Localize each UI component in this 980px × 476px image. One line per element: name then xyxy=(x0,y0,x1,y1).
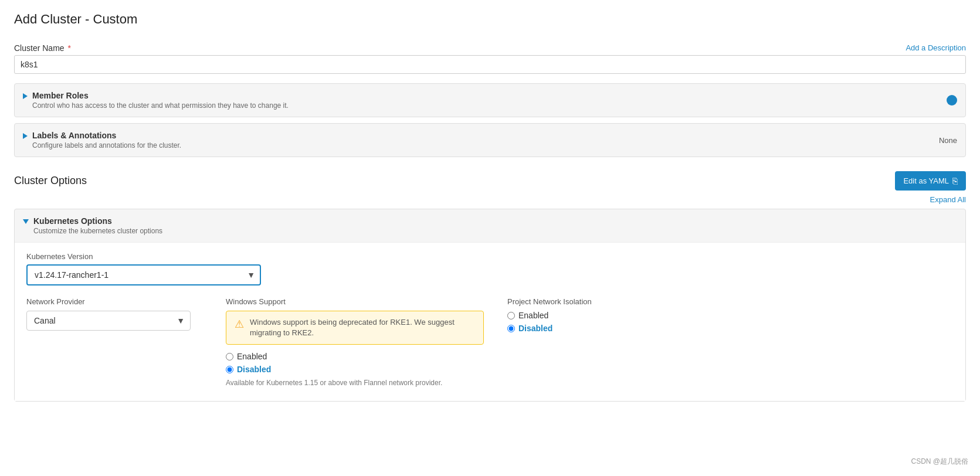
network-provider-select[interactable]: Canal xyxy=(26,311,191,331)
pni-disabled-radio[interactable] xyxy=(507,325,515,332)
kubernetes-options-title: Kubernetes Options xyxy=(33,216,162,226)
cluster-name-label: Cluster Name * xyxy=(14,43,71,53)
windows-support-radio-group: Enabled Disabled xyxy=(226,352,484,374)
kubernetes-options-section: Kubernetes Options Customize the kuberne… xyxy=(14,209,966,402)
windows-enabled-radio[interactable] xyxy=(226,353,233,361)
network-provider-col: Network Provider Canal ▼ xyxy=(26,297,202,331)
member-roles-header[interactable]: Member Roles Control who has access to t… xyxy=(15,84,965,117)
member-roles-section: Member Roles Control who has access to t… xyxy=(14,83,966,117)
labels-annotations-header[interactable]: Labels & Annotations Configure labels an… xyxy=(15,124,965,157)
pni-enabled-label: Enabled xyxy=(518,311,548,320)
expand-all-container: Expand All xyxy=(14,195,966,204)
cluster-name-input[interactable] xyxy=(14,55,966,74)
labels-annotations-title: Labels & Annotations xyxy=(32,131,181,140)
kubernetes-version-select-wrapper: v1.24.17-rancher1-1 ▼ xyxy=(26,264,261,285)
cluster-options-title: Cluster Options xyxy=(14,175,87,187)
add-description-link[interactable]: Add a Description xyxy=(906,43,966,52)
pni-radio-group: Enabled Disabled xyxy=(507,311,625,333)
labels-annotations-subtitle: Configure labels and annotations for the… xyxy=(32,141,181,149)
kubernetes-version-label: Kubernetes Version xyxy=(26,252,954,261)
windows-support-col: Windows Support ⚠ Windows support is bei… xyxy=(226,297,484,387)
kubernetes-options-expand-icon xyxy=(23,219,29,224)
pni-enabled-radio[interactable] xyxy=(507,312,515,319)
kubernetes-options-header[interactable]: Kubernetes Options Customize the kuberne… xyxy=(15,209,965,242)
labels-annotations-count: None xyxy=(939,136,957,145)
network-provider-select-wrapper: Canal ▼ xyxy=(26,311,191,331)
scroll-indicator xyxy=(947,95,957,106)
kubernetes-version-field: Kubernetes Version v1.24.17-rancher1-1 ▼ xyxy=(26,252,954,285)
member-roles-collapse-icon xyxy=(23,93,28,99)
kubernetes-version-select[interactable]: v1.24.17-rancher1-1 xyxy=(26,264,261,285)
windows-disabled-option[interactable]: Disabled xyxy=(226,365,484,374)
project-network-isolation-label: Project Network Isolation xyxy=(507,297,625,306)
kubernetes-options-subtitle: Customize the kubernetes cluster options xyxy=(33,227,162,235)
windows-enabled-option[interactable]: Enabled xyxy=(226,352,484,361)
edit-yaml-button[interactable]: Edit as YAML ⎘ xyxy=(895,171,966,191)
labels-annotations-section: Labels & Annotations Configure labels an… xyxy=(14,123,966,157)
pni-disabled-option[interactable]: Disabled xyxy=(507,324,625,333)
windows-disabled-radio[interactable] xyxy=(226,366,233,373)
member-roles-title: Member Roles xyxy=(32,91,289,100)
expand-all-link[interactable]: Expand All xyxy=(930,195,966,204)
network-provider-label: Network Provider xyxy=(26,297,202,306)
page-title: Add Cluster - Custom xyxy=(14,12,966,27)
pni-disabled-label: Disabled xyxy=(518,324,552,333)
warning-icon: ⚠ xyxy=(235,318,244,331)
windows-disabled-label: Disabled xyxy=(237,365,271,374)
pni-enabled-option[interactable]: Enabled xyxy=(507,311,625,320)
kubernetes-options-body: Kubernetes Version v1.24.17-rancher1-1 ▼… xyxy=(15,242,965,401)
required-indicator: * xyxy=(67,43,70,53)
project-network-isolation-col: Project Network Isolation Enabled Disabl… xyxy=(507,297,625,333)
member-roles-subtitle: Control who has access to the cluster an… xyxy=(32,101,289,110)
windows-warning-text: Windows support is being deprecated for … xyxy=(250,317,475,338)
labels-annotations-collapse-icon xyxy=(23,133,28,139)
windows-note-text: Available for Kubernetes 1.15 or above w… xyxy=(226,379,484,387)
windows-enabled-label: Enabled xyxy=(237,352,267,361)
yaml-icon: ⎘ xyxy=(952,176,958,186)
options-three-col: Network Provider Canal ▼ Windows Support… xyxy=(26,297,954,387)
windows-support-label: Windows Support xyxy=(226,297,484,306)
cluster-options-header: Cluster Options Edit as YAML ⎘ xyxy=(14,171,966,191)
windows-warning-box: ⚠ Windows support is being deprecated fo… xyxy=(226,311,484,345)
